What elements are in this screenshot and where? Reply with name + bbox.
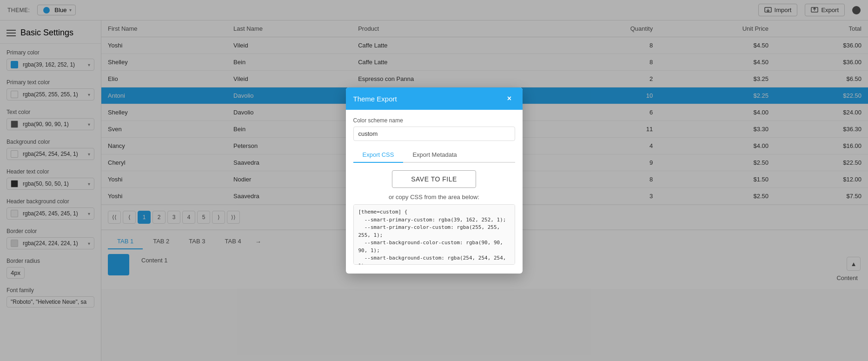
save-to-file-button[interactable]: SAVE TO FILE: [392, 170, 476, 188]
export-css-tab[interactable]: Export CSS: [353, 147, 404, 163]
modal-overlay: Theme Export × Color scheme name Export …: [0, 0, 868, 361]
modal-tabs: Export CSS Export Metadata: [353, 147, 515, 163]
theme-export-modal: Theme Export × Color scheme name Export …: [346, 87, 523, 274]
modal-title: Theme Export: [353, 95, 397, 103]
modal-close-button[interactable]: ×: [504, 93, 515, 104]
modal-header: Theme Export ×: [346, 87, 523, 110]
modal-body: Color scheme name Export CSS Export Meta…: [346, 110, 523, 274]
modal-field-label: Color scheme name: [353, 117, 515, 124]
export-metadata-tab[interactable]: Export Metadata: [403, 147, 466, 163]
copy-css-label: or copy CSS from the area below:: [353, 194, 515, 201]
css-content-textarea[interactable]: [theme=custom] { --smart-primary-custom:…: [353, 204, 515, 265]
color-scheme-name-input[interactable]: [353, 127, 515, 141]
